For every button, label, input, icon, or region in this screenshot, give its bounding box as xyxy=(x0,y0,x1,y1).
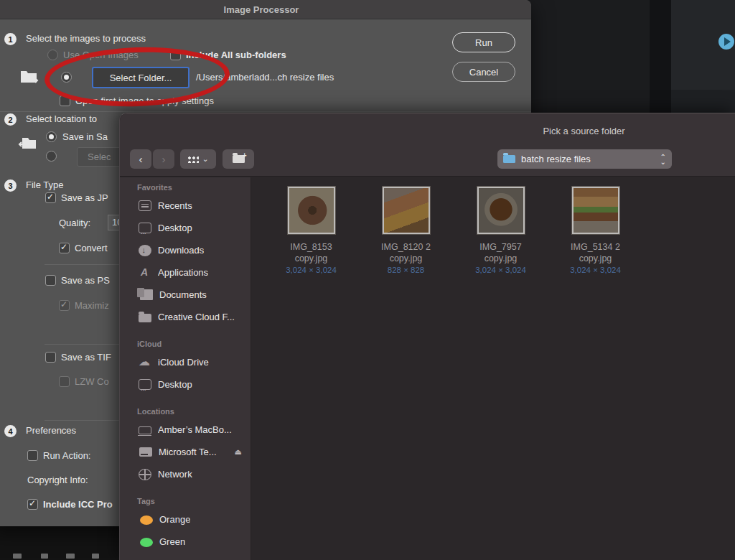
sidebar-item-downloads[interactable]: Downloads xyxy=(120,239,251,261)
section3-number: 3 xyxy=(4,179,17,192)
updown-chevrons-icon: ⌃⌄ xyxy=(660,154,666,164)
sidebar-item-applications[interactable]: Applications xyxy=(120,261,251,284)
source-folder-dropdown[interactable]: batch resize files ⌃⌄ xyxy=(497,149,672,169)
file-name: IMG_5134 2 copy.jpg xyxy=(560,241,632,264)
applications-icon xyxy=(139,267,151,278)
sidebar-section-label: Favorites xyxy=(137,183,251,192)
tag-dot xyxy=(140,515,153,525)
folder-picker-dialog: ‹ › ⌄ + Pick a source folder batch resiz… xyxy=(119,113,735,560)
run-action-label: Run Action: xyxy=(43,450,91,461)
desktop-icon xyxy=(139,379,151,390)
save-as-tiff-checkbox[interactable] xyxy=(45,352,56,363)
section4-number: 4 xyxy=(4,425,17,437)
back-button[interactable]: ‹ xyxy=(130,149,151,169)
section-divider xyxy=(45,420,123,421)
convert-checkbox[interactable] xyxy=(59,243,70,253)
select-location-button-label: Selec xyxy=(88,151,111,162)
sidebar-item-label: Creative Cloud F... xyxy=(158,312,235,322)
laptop-icon xyxy=(139,426,151,434)
sidebar-item-label: Recents xyxy=(158,200,192,211)
eject-icon[interactable]: ⏏ xyxy=(235,447,242,457)
file-item[interactable]: IMG_8120 2 copy.jpg828 × 828 xyxy=(363,187,449,274)
new-folder-icon: + xyxy=(233,155,245,163)
save-as-jpeg-checkbox[interactable] xyxy=(45,192,56,203)
forward-button[interactable]: › xyxy=(153,149,174,169)
sidebar-item-documents[interactable]: Documents xyxy=(120,284,251,306)
chevron-left-icon: ‹ xyxy=(139,153,143,165)
sidebar-section-label: Tags xyxy=(137,497,251,505)
picker-sidebar: FavoritesRecentsDesktopDownloadsApplicat… xyxy=(120,177,251,560)
sidebar-item-desktop[interactable]: Desktop xyxy=(120,373,251,396)
file-item[interactable]: IMG_7957 copy.jpg3,024 × 3,024 xyxy=(458,187,543,274)
sidebar-item-label: Microsoft Te... xyxy=(159,447,217,457)
maximize-compat-label: Maximiz xyxy=(75,300,109,311)
dialog-titlebar[interactable]: Image Processor xyxy=(0,0,531,19)
sidebar-item-label: Desktop xyxy=(158,379,192,390)
drive-icon xyxy=(139,447,152,457)
include-icc-checkbox[interactable] xyxy=(27,499,38,510)
sidebar-item-label: Applications xyxy=(158,267,208,278)
panel-footer-icon xyxy=(92,554,99,559)
picker-header: ‹ › ⌄ + Pick a source folder batch resiz… xyxy=(120,113,735,177)
run-button[interactable]: Run xyxy=(452,32,515,52)
select-location-button[interactable]: Selec xyxy=(77,147,121,167)
sidebar-item-desktop[interactable]: Desktop xyxy=(120,217,251,239)
section1-title: Select the images to process xyxy=(26,33,146,44)
source-folder-value: batch resize files xyxy=(521,154,660,164)
sidebar-item-amber-s-macbo[interactable]: Amber’s MacBo... xyxy=(120,419,251,441)
save-in-same-radio[interactable] xyxy=(46,131,57,142)
actions-panel-footer xyxy=(671,90,735,113)
sidebar-item-label: iCloud Drive xyxy=(158,357,209,368)
sidebar-item-microsoft-te[interactable]: Microsoft Te...⏏ xyxy=(120,441,251,463)
play-action-icon[interactable] xyxy=(718,34,734,50)
folder-save-icon xyxy=(18,135,37,151)
save-as-psd-checkbox[interactable] xyxy=(45,275,56,286)
panel-footer-icon xyxy=(13,554,22,559)
file-dimensions: 3,024 × 3,024 xyxy=(570,266,621,274)
cancel-button[interactable]: Cancel xyxy=(452,62,515,82)
section3-title: File Type xyxy=(26,179,64,190)
folder-import-icon xyxy=(20,68,39,84)
network-icon xyxy=(139,469,151,480)
select-location-radio[interactable] xyxy=(46,151,57,162)
save-as-jpeg-label: Save as JP xyxy=(61,192,108,203)
cancel-button-label: Cancel xyxy=(469,67,498,78)
quality-label: Quality: xyxy=(59,218,90,228)
sidebar-item-label: Amber’s MacBo... xyxy=(158,424,232,435)
screen: Image Processor 1 Select the images to p… xyxy=(0,0,735,560)
sidebar-item-label: Desktop xyxy=(158,223,192,233)
section2-title: Select location to xyxy=(26,113,97,124)
file-item[interactable]: IMG_5134 2 copy.jpg3,024 × 3,024 xyxy=(553,187,638,274)
use-open-images-radio[interactable] xyxy=(47,50,58,60)
lzw-checkbox[interactable] xyxy=(59,376,70,387)
sidebar-item-green[interactable]: Green xyxy=(120,531,251,553)
new-folder-button[interactable]: + xyxy=(223,149,254,169)
sidebar-item-creative-cloud-f[interactable]: Creative Cloud F... xyxy=(120,306,251,328)
panel-divider xyxy=(650,0,671,113)
file-item[interactable]: IMG_8153 copy.jpg3,024 × 3,024 xyxy=(268,187,354,274)
run-action-checkbox[interactable] xyxy=(27,450,38,461)
section-divider xyxy=(0,111,531,112)
include-icc-label: Include ICC Pro xyxy=(43,499,113,510)
tag-dot xyxy=(140,538,153,547)
recents-icon xyxy=(139,200,151,211)
file-thumbnail xyxy=(383,187,430,234)
sidebar-section-label: Locations xyxy=(137,407,251,416)
sidebar-item-icloud-drive[interactable]: iCloud Drive xyxy=(120,351,251,373)
desktop-icon xyxy=(139,223,151,233)
file-dimensions: 3,024 × 3,024 xyxy=(475,266,526,274)
chevron-right-icon: › xyxy=(162,153,166,165)
file-thumbnail xyxy=(572,187,619,234)
sidebar-item-recents[interactable]: Recents xyxy=(120,195,251,217)
file-dimensions: 828 × 828 xyxy=(388,266,424,274)
save-in-same-label: Save in Sa xyxy=(62,131,108,142)
sidebar-item-orange[interactable]: Orange xyxy=(120,508,251,531)
sidebar-item-network[interactable]: Network xyxy=(120,463,251,485)
maximize-compat-checkbox[interactable] xyxy=(59,300,70,311)
file-name: IMG_8120 2 copy.jpg xyxy=(370,241,442,264)
downloads-icon xyxy=(139,245,151,256)
view-options-button[interactable]: ⌄ xyxy=(180,149,216,169)
sidebar-item-label: Green xyxy=(159,536,185,547)
sidebar-section-label: iCloud xyxy=(137,340,251,348)
convert-label: Convert xyxy=(75,243,108,253)
